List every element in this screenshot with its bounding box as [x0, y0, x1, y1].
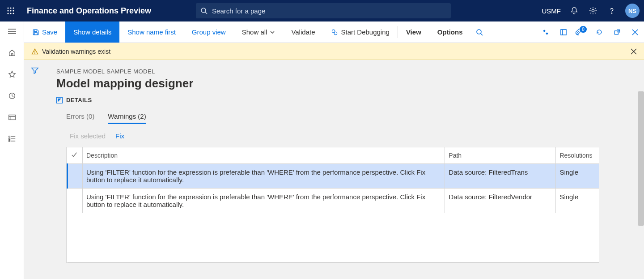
tab-errors[interactable]: Errors (0) [66, 112, 94, 124]
nav-favorites[interactable] [7, 69, 17, 80]
settings-button[interactable] [588, 5, 598, 16]
cell-path: Data source: FilteredVendor [445, 189, 556, 213]
svg-rect-20 [8, 136, 10, 137]
cell-description: Using 'FILTER' function for the expressi… [83, 189, 445, 213]
show-all-dropdown[interactable]: Show all [234, 21, 284, 43]
nav-home[interactable] [7, 47, 17, 58]
chevron-down-icon [270, 30, 275, 35]
nav-pane-toggle[interactable] [7, 26, 17, 37]
row-select-cell[interactable] [68, 164, 83, 189]
clock-icon [8, 92, 16, 100]
svg-rect-27 [34, 32, 37, 34]
bell-icon [570, 7, 578, 15]
diamond-icon [542, 29, 549, 36]
grid-select-all[interactable] [68, 147, 83, 164]
details-section-label: DETAILS [66, 97, 92, 103]
group-view-label: Group view [192, 28, 226, 36]
warning-icon [31, 48, 38, 55]
company-picker[interactable]: USMF [542, 7, 561, 15]
svg-point-30 [477, 30, 481, 34]
svg-point-8 [13, 13, 14, 14]
gear-icon [589, 7, 597, 15]
grid-header-path[interactable]: Path [445, 147, 556, 164]
svg-rect-26 [34, 30, 37, 31]
search-box[interactable]: Search for a page [196, 3, 451, 18]
group-view-button[interactable]: Group view [184, 21, 234, 43]
page-title: Model mapping designer [56, 77, 633, 90]
app-header: Finance and Operations Preview Search fo… [0, 0, 644, 21]
tab-warnings[interactable]: Warnings (2) [108, 112, 146, 124]
app-launcher-button[interactable] [0, 0, 21, 21]
svg-point-11 [592, 9, 594, 12]
show-name-first-button[interactable]: Show name first [119, 21, 184, 43]
close-page-button[interactable] [626, 21, 644, 43]
filter-icon [31, 66, 39, 74]
svg-point-4 [10, 10, 11, 11]
notifications-button[interactable] [569, 5, 580, 16]
workspace-icon [8, 113, 16, 121]
options-menu[interactable]: Options [429, 21, 471, 43]
popout-button[interactable] [608, 21, 626, 43]
svg-rect-32 [543, 30, 546, 32]
attachments-button[interactable]: 0 [572, 21, 590, 43]
grid-header-resolutions[interactable]: Resolutions [556, 147, 599, 164]
svg-rect-33 [546, 32, 548, 35]
svg-rect-34 [561, 30, 566, 35]
personalize-button[interactable] [537, 21, 555, 43]
details-section-toggle[interactable]: DETAILS [56, 97, 633, 103]
nav-workspaces[interactable] [7, 112, 17, 123]
save-button[interactable]: Save [24, 21, 65, 43]
find-button[interactable] [470, 21, 488, 43]
warnings-subactions: Fix selected Fix [70, 132, 633, 140]
table-row[interactable]: Using 'FILTER' function for the expressi… [68, 164, 599, 189]
row-select-cell[interactable] [68, 189, 83, 213]
svg-point-7 [10, 13, 11, 14]
waffle-icon [7, 7, 15, 15]
svg-point-9 [201, 8, 206, 13]
nav-recent[interactable] [7, 90, 17, 101]
breadcrumb: SAMPLE MODEL SAMPLE MODEL [56, 68, 633, 75]
action-bar: Save Show details Show name first Group … [24, 21, 644, 43]
svg-rect-24 [8, 141, 10, 142]
office-icon [560, 29, 567, 36]
refresh-icon [596, 29, 603, 36]
warning-close-button[interactable] [631, 48, 637, 55]
debug-icon [331, 29, 338, 36]
validation-warning-text: Validation warnings exist [42, 48, 110, 55]
refresh-button[interactable] [590, 21, 608, 43]
details-tabs: Errors (0) Warnings (2) [66, 112, 633, 124]
search-icon [476, 29, 483, 36]
popout-icon [614, 29, 621, 36]
show-all-label: Show all [242, 28, 267, 36]
table-row[interactable]: Using 'FILTER' function for the expressi… [68, 189, 599, 213]
validation-warning-bar: Validation warnings exist [24, 43, 644, 60]
svg-rect-17 [8, 115, 15, 120]
home-icon [8, 49, 16, 57]
office-addin-button[interactable] [555, 21, 572, 43]
filter-pane-toggle[interactable] [31, 66, 39, 279]
nav-modules[interactable] [7, 133, 17, 144]
avatar[interactable]: NS [625, 4, 640, 18]
start-debugging-button[interactable]: Start Debugging [323, 21, 397, 43]
grid-header-description[interactable]: Description [83, 147, 445, 164]
close-icon [631, 29, 639, 36]
validate-button[interactable]: Validate [283, 21, 323, 43]
svg-point-1 [10, 7, 11, 9]
show-details-button[interactable]: Show details [65, 21, 119, 43]
save-icon [32, 29, 39, 36]
cell-resolutions: Single [556, 189, 599, 213]
svg-rect-22 [8, 138, 10, 140]
fix-button[interactable]: Fix [115, 132, 124, 140]
help-button[interactable] [606, 5, 617, 16]
attachments-badge: 0 [580, 26, 587, 33]
svg-point-0 [7, 7, 8, 9]
warnings-grid: Description Path Resolutions Using 'FILT… [66, 147, 599, 263]
cell-path: Data source: FilteredTrans [445, 164, 556, 189]
search-icon [200, 7, 208, 14]
validate-label: Validate [291, 28, 315, 36]
svg-point-5 [13, 10, 14, 11]
view-menu[interactable]: View [398, 21, 429, 43]
modules-icon [8, 135, 16, 143]
svg-point-3 [7, 10, 8, 11]
svg-point-12 [611, 13, 612, 13]
